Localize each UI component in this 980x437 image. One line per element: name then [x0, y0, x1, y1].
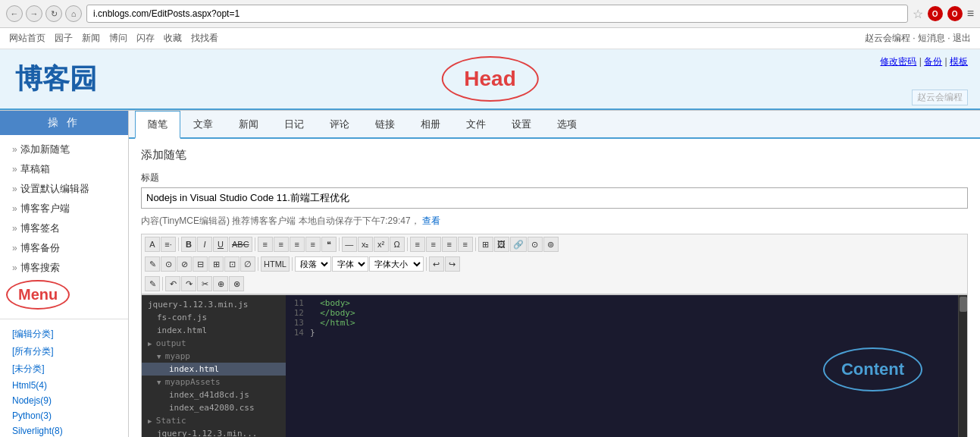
nav-bookmark[interactable]: 收藏	[164, 32, 182, 45]
sidebar-cat-html5[interactable]: Html5(4)	[0, 378, 128, 393]
refresh-button[interactable]: ↻	[45, 5, 62, 22]
toolbar-table[interactable]: ⊞	[478, 237, 493, 252]
sidebar-cat-all[interactable]: [所有分类]	[0, 343, 128, 360]
tab-settings[interactable]: 设置	[499, 111, 544, 137]
tab-comments[interactable]: 评论	[317, 111, 362, 137]
file-item[interactable]: jquery-1.12.3.min.js	[142, 298, 286, 311]
toolbar-html[interactable]: HTML	[261, 256, 290, 272]
forward-button[interactable]: →	[26, 5, 42, 22]
toolbar-r3-3[interactable]: ↷	[181, 276, 196, 291]
nav-ask[interactable]: 博问	[109, 32, 127, 45]
toolbar-r3-2[interactable]: ↶	[165, 276, 180, 291]
scrollbar-thumb[interactable]	[960, 297, 967, 312]
nav-garden[interactable]: 园子	[55, 32, 73, 45]
toolbar-font-color[interactable]: A	[145, 237, 160, 252]
toolbar-link[interactable]: 🔗	[510, 237, 527, 252]
font-select[interactable]: 字体	[332, 256, 368, 272]
toolbar-r2-6[interactable]: ⊡	[224, 256, 240, 272]
file-item[interactable]: index_ea42080.css	[142, 401, 286, 414]
file-item[interactable]: index.html	[142, 324, 286, 337]
toolbar-align-left[interactable]: ≡	[410, 237, 425, 252]
nav-flash[interactable]: 闪存	[136, 32, 155, 45]
tab-articles[interactable]: 文章	[180, 111, 226, 137]
autosave-view-link[interactable]: 查看	[422, 215, 440, 226]
paragraph-select[interactable]: 段落	[295, 256, 331, 272]
nav-home[interactable]: 网站首页	[9, 32, 45, 45]
file-item[interactable]: fs-conf.js	[142, 311, 286, 324]
sidebar-cat-silverlight[interactable]: Silverlight(8)	[0, 423, 128, 437]
toolbar-r2-2[interactable]: ⊙	[161, 256, 176, 272]
file-folder-output[interactable]: output	[142, 337, 286, 350]
url-bar[interactable]	[86, 5, 908, 23]
toolbar-blockquote[interactable]: ❝	[321, 237, 337, 252]
sidebar-item-draft[interactable]: 草稿箱	[0, 159, 128, 179]
tab-links[interactable]: 链接	[362, 111, 408, 137]
toolbar-indent[interactable]: ≡	[290, 237, 305, 252]
file-item[interactable]: jquery-1.12.3.min...	[142, 427, 286, 437]
sidebar-item-backup[interactable]: 博客备份	[0, 238, 128, 258]
toolbar-r3-5[interactable]: ⊕	[213, 276, 228, 291]
sidebar-cat-uncategorized[interactable]: [未分类]	[0, 360, 128, 378]
tab-posts[interactable]: 随笔	[135, 111, 180, 139]
back-button[interactable]: ←	[6, 5, 23, 22]
nav-news[interactable]: 新闻	[82, 32, 100, 45]
sidebar-cat-python[interactable]: Python(3)	[0, 408, 128, 423]
change-password-link[interactable]: 修改密码	[880, 56, 916, 67]
home-button[interactable]: ⌂	[65, 5, 82, 22]
toolbar-img[interactable]: 🖼	[494, 237, 509, 252]
sidebar-item-add-post[interactable]: 添加新随笔	[0, 140, 128, 159]
bookmark-icon[interactable]: ☆	[913, 7, 923, 21]
toolbar-hr[interactable]: —	[342, 237, 357, 252]
template-link[interactable]: 模板	[950, 56, 968, 67]
toolbar-r2-3[interactable]: ⊘	[177, 256, 192, 272]
toolbar-sub[interactable]: x₂	[358, 237, 373, 252]
toolbar-r2-7[interactable]: ∅	[240, 256, 255, 272]
toolbar-r3-6[interactable]: ⊗	[229, 276, 244, 291]
sidebar-cat-nodejs[interactable]: Nodejs(9)	[0, 393, 128, 408]
tab-news[interactable]: 新闻	[226, 111, 271, 137]
fontsize-select[interactable]: 字体大小	[369, 256, 424, 272]
tab-files[interactable]: 文件	[453, 111, 499, 137]
toolbar-format[interactable]: ≡·	[161, 237, 176, 252]
toolbar-r2-5[interactable]: ⊞	[208, 256, 224, 272]
toolbar-redo[interactable]: ↪	[445, 256, 460, 272]
title-input[interactable]	[141, 187, 968, 209]
sidebar-item-signature[interactable]: 博客签名	[0, 218, 128, 238]
backup-link[interactable]: 备份	[924, 56, 942, 67]
toolbar-bold[interactable]: B	[181, 237, 196, 252]
toolbar-sup[interactable]: x²	[374, 237, 389, 252]
toolbar-undo[interactable]: ↩	[429, 256, 444, 272]
file-item-index[interactable]: index.html	[142, 363, 286, 376]
toolbar-italic[interactable]: I	[197, 237, 212, 252]
toolbar-ol[interactable]: ≡	[274, 237, 289, 252]
toolbar-more2[interactable]: ⊚	[543, 237, 559, 252]
file-folder-myappassets[interactable]: myappAssets	[142, 376, 286, 388]
sidebar-item-editor-setting[interactable]: 设置默认编辑器	[0, 179, 128, 199]
sidebar-item-search[interactable]: 博客搜索	[0, 258, 128, 278]
toolbar-r3-4[interactable]: ✂	[197, 276, 212, 291]
toolbar-align-right[interactable]: ≡	[442, 237, 457, 252]
nav-search[interactable]: 找找看	[191, 32, 218, 45]
toolbar-outdent[interactable]: ≡	[305, 237, 321, 252]
tab-diary[interactable]: 日记	[271, 111, 317, 137]
toolbar-r3-pencil[interactable]: ✎	[145, 276, 160, 291]
file-folder-static[interactable]: Static	[142, 414, 286, 427]
toolbar-ul[interactable]: ≡	[258, 237, 273, 252]
scrollbar-vertical[interactable]	[958, 295, 967, 437]
tab-options[interactable]: 选项	[544, 111, 590, 137]
sidebar-item-client[interactable]: 博客客户端	[0, 199, 128, 218]
toolbar-more1[interactable]: ⊙	[528, 237, 543, 252]
sep2	[255, 237, 255, 251]
toolbar-r2-4[interactable]: ⊟	[193, 256, 208, 272]
toolbar-underline[interactable]: U	[213, 237, 228, 252]
tab-album[interactable]: 相册	[408, 111, 453, 137]
toolbar-special[interactable]: Ω	[390, 237, 405, 252]
toolbar-align-justify[interactable]: ≡	[458, 237, 473, 252]
sidebar-cat-edit[interactable]: [编辑分类]	[0, 325, 128, 343]
toolbar-strikethrough[interactable]: ABC	[229, 237, 252, 252]
toolbar-pencil[interactable]: ✎	[145, 256, 160, 272]
file-folder-myapp[interactable]: myapp	[142, 350, 286, 363]
browser-menu-icon[interactable]: ≡	[967, 7, 974, 20]
file-item[interactable]: index_d41d8cd.js	[142, 388, 286, 401]
toolbar-align-center[interactable]: ≡	[426, 237, 441, 252]
